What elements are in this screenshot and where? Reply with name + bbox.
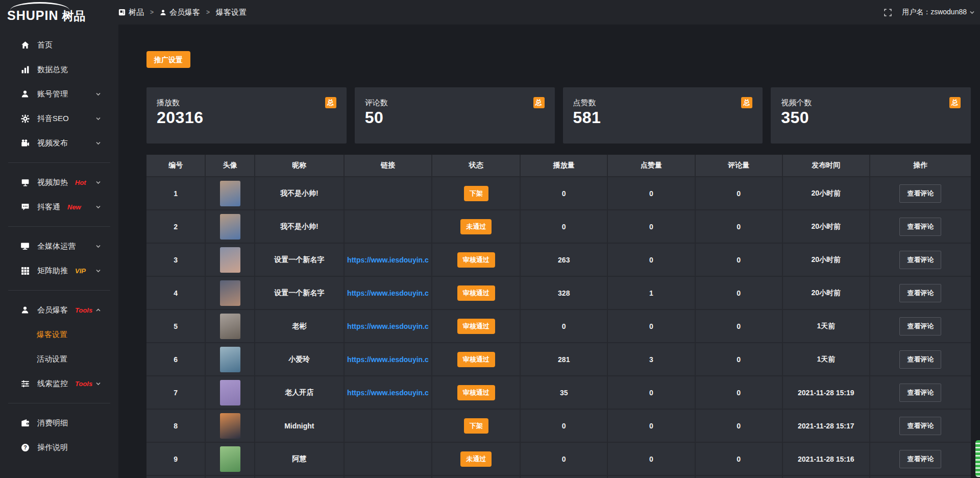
cell-time: 20小时前: [783, 277, 870, 309]
gear-icon: [20, 114, 30, 123]
video-link[interactable]: https://www.iesdouyin.c: [345, 289, 431, 297]
cell-status: 未通过: [432, 210, 521, 243]
sidebar-item-label: 消费明细: [37, 418, 68, 428]
status-badge: 下架: [464, 186, 488, 201]
cell-comments: 0: [696, 410, 783, 442]
view-comments-button[interactable]: 查看评论: [899, 218, 941, 236]
sidebar-item-data-overview[interactable]: 数据总览: [0, 57, 118, 82]
cell-link: [345, 410, 433, 442]
column-header: 操作: [870, 155, 971, 176]
cell-link: [345, 476, 433, 478]
cell-actions: 查看评论: [870, 376, 971, 409]
cell-id: 6: [146, 343, 206, 375]
chevron-down-icon: [969, 10, 975, 15]
sidebar-divider: [8, 162, 110, 163]
cell-plays: [521, 476, 608, 478]
sidebar-item-douketong[interactable]: 抖客通New: [0, 195, 118, 219]
table-row: 9阿慧未通过0002021-11-28 15:16查看评论: [146, 442, 971, 475]
cell-comments: 0: [696, 277, 783, 309]
table-row: 4设置一个新名字https://www.iesdouyin.c审核通过32810…: [146, 276, 971, 309]
chevron-up-icon: [93, 307, 103, 313]
chart-icon: [20, 65, 30, 74]
column-header: 昵称: [255, 155, 344, 176]
stat-card: 点赞数581总: [563, 87, 763, 144]
camera-icon: [20, 139, 30, 148]
cell-link: [345, 177, 433, 209]
sidebar-item-operation-guide[interactable]: ?操作说明: [0, 435, 118, 460]
total-badge: 总: [949, 97, 961, 108]
cell-link: https://www.iesdouyin.c: [345, 343, 433, 375]
sidebar-item-consume-detail[interactable]: 消费明细: [0, 411, 118, 435]
sidebar-item-member-baoke[interactable]: 会员爆客Tools: [0, 298, 118, 322]
cell-avatar: [206, 277, 255, 309]
sidebar-item-all-media-operation[interactable]: 全媒体运营: [0, 234, 118, 258]
cell-nickname: 老彬: [255, 310, 344, 342]
view-comments-button[interactable]: 查看评论: [899, 384, 941, 402]
video-link[interactable]: https://www.iesdouyin.c: [345, 322, 431, 330]
sidebar-item-label: 操作说明: [37, 443, 68, 452]
status-badge: 审核通过: [457, 352, 495, 367]
cell-time: [783, 476, 870, 478]
sidebar-item-home[interactable]: 首页: [0, 33, 118, 57]
view-comments-button[interactable]: 查看评论: [899, 417, 941, 435]
breadcrumb-item-member-baoke[interactable]: 会员爆客: [160, 8, 200, 17]
sidebar-subitem-baoke-settings[interactable]: 爆客设置: [0, 322, 118, 347]
video-link[interactable]: https://www.iesdouyin.c: [345, 389, 431, 397]
view-comments-button[interactable]: 查看评论: [899, 317, 941, 336]
video-link[interactable]: https://www.iesdouyin.c: [345, 256, 431, 264]
view-comments-button[interactable]: 查看评论: [899, 251, 941, 269]
cell-likes: 0: [608, 310, 695, 342]
promo-settings-button[interactable]: 推广设置: [146, 51, 190, 68]
view-comments-button[interactable]: 查看评论: [899, 350, 941, 369]
chevron-down-icon: [93, 268, 103, 274]
avatar: [220, 380, 240, 405]
sidebar-item-label: 矩阵助推: [37, 266, 68, 276]
sidebar-subitem-activity-settings[interactable]: 活动设置: [0, 347, 118, 371]
user-icon: [160, 9, 166, 16]
sidebar-item-account-management[interactable]: 账号管理: [0, 82, 118, 106]
cell-status: 审核通过: [432, 343, 521, 375]
sidebar-item-video-heat[interactable]: 视频加热Hot: [0, 170, 118, 195]
sidebar-divider: [8, 403, 110, 403]
cell-avatar: [206, 244, 255, 276]
view-comments-button[interactable]: 查看评论: [899, 184, 941, 203]
sidebar-item-label: 抖音SEO: [37, 114, 69, 124]
sidebar-item-label: 数据总览: [37, 65, 68, 75]
cell-id: [146, 476, 206, 478]
cell-time: 20小时前: [783, 210, 870, 243]
cell-id: 9: [146, 443, 206, 475]
cell-likes: 0: [608, 177, 695, 209]
sidebar-item-matrix-boost[interactable]: 矩阵助推VIP: [0, 258, 118, 283]
status-badge: 下架: [464, 418, 488, 434]
table-row: 2我不是小帅!未通过00020小时前查看评论: [146, 209, 971, 243]
sidebar-item-douyin-seo[interactable]: 抖音SEO: [0, 106, 118, 131]
cell-comments: 0: [696, 244, 783, 276]
cell-plays: 281: [521, 343, 608, 375]
cell-comments: 0: [696, 443, 783, 475]
cell-id: 1: [146, 177, 206, 209]
cell-comments: 0: [696, 210, 783, 243]
video-link[interactable]: https://www.iesdouyin.c: [345, 355, 431, 364]
fullscreen-icon[interactable]: [884, 9, 892, 16]
cell-avatar: [206, 376, 255, 409]
sidebar-item-clue-monitor[interactable]: 线索监控Tools: [0, 371, 118, 396]
breadcrumb-item-shupin[interactable]: 树品: [118, 8, 144, 17]
cell-actions: 查看评论: [870, 210, 971, 243]
sidebar-item-video-publish[interactable]: 视频发布: [0, 131, 118, 155]
user-menu[interactable]: 用户名：zswodun88: [902, 8, 975, 17]
user-icon: [20, 90, 30, 98]
view-comments-button[interactable]: 查看评论: [899, 450, 941, 468]
stat-value: 50: [365, 108, 545, 127]
cell-plays: 0: [521, 177, 608, 209]
cell-link: https://www.iesdouyin.c: [345, 244, 433, 276]
cell-status: 审核通过: [432, 376, 521, 409]
floating-widget[interactable]: [975, 440, 980, 477]
column-header: 状态: [432, 155, 521, 176]
cell-avatar: [206, 476, 255, 478]
cell-time: 1天前: [783, 310, 870, 342]
cell-likes: 1: [608, 277, 695, 309]
cell-nickname: 小爱玲: [255, 343, 344, 375]
breadcrumb-label: 会员爆客: [169, 8, 200, 17]
cell-status: 审核通过: [432, 244, 521, 276]
view-comments-button[interactable]: 查看评论: [899, 284, 941, 302]
